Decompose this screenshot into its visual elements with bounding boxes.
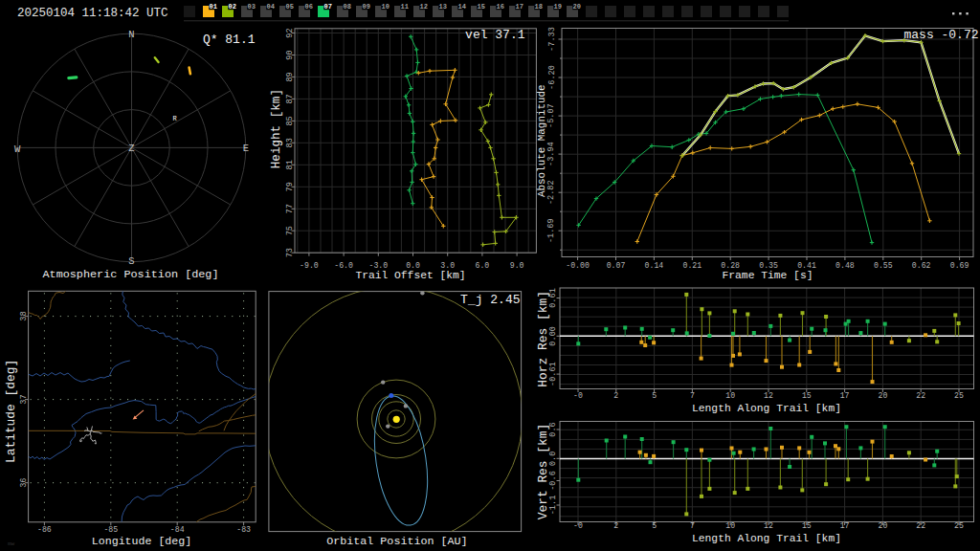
svg-text:89: 89 <box>285 72 295 81</box>
svg-text:Height [km]: Height [km] <box>270 89 283 168</box>
svg-text:-3.0: -3.0 <box>368 261 388 270</box>
svg-text:Orbital Position [AU]: Orbital Position [AU] <box>326 535 467 548</box>
svg-text:-86: -86 <box>37 525 52 534</box>
svg-text:S: S <box>128 255 134 267</box>
svg-text:Z: Z <box>128 143 134 154</box>
svg-text:02: 02 <box>228 3 235 11</box>
svg-text:13: 13 <box>438 3 446 11</box>
svg-text:03: 03 <box>247 3 255 11</box>
svg-text:-6.0: -6.0 <box>334 261 353 270</box>
svg-text:Length Along Trail [km]: Length Along Trail [km] <box>692 533 841 544</box>
svg-text:0.0: 0.0 <box>406 261 420 270</box>
svg-text:Trail Offset [km]: Trail Offset [km] <box>355 270 465 281</box>
svg-text:85: 85 <box>285 116 295 125</box>
svg-text:3.0: 3.0 <box>440 261 455 270</box>
svg-text:17: 17 <box>515 3 523 11</box>
svg-text:10: 10 <box>725 521 735 530</box>
svg-text:-2.82: -2.82 <box>547 180 557 205</box>
svg-text:0.41: 0.41 <box>797 261 816 270</box>
svg-text:37: 37 <box>20 394 30 404</box>
svg-text:-7.33: -7.33 <box>547 27 557 52</box>
svg-text:15: 15 <box>802 391 812 400</box>
svg-text:-84: -84 <box>170 525 185 534</box>
svg-text:0.62: 0.62 <box>912 261 931 270</box>
svg-text:0.21: 0.21 <box>682 261 702 270</box>
svg-text:-0.00: -0.00 <box>566 261 590 270</box>
svg-text:12: 12 <box>764 521 773 530</box>
svg-text:87: 87 <box>285 94 295 103</box>
svg-text:mass -0.72: mass -0.72 <box>903 28 978 42</box>
svg-text:83: 83 <box>285 138 295 147</box>
svg-text:-1.69: -1.69 <box>547 218 557 243</box>
svg-text:15: 15 <box>802 521 812 530</box>
svg-text:36: 36 <box>20 478 30 488</box>
svg-text:Frame Time [s]: Frame Time [s] <box>723 270 813 281</box>
svg-text:20: 20 <box>878 391 887 400</box>
svg-text:vel 37.1: vel 37.1 <box>465 28 525 42</box>
svg-text:-5.07: -5.07 <box>547 103 557 128</box>
svg-text:25: 25 <box>954 521 964 530</box>
svg-text:08: 08 <box>343 3 350 11</box>
svg-text:0.55: 0.55 <box>874 261 893 270</box>
svg-text:T_j 2.45: T_j 2.45 <box>460 293 520 307</box>
svg-text:22: 22 <box>916 391 925 400</box>
svg-text:Length Along Trail [km]: Length Along Trail [km] <box>692 403 841 414</box>
svg-text:0.07: 0.07 <box>607 261 626 270</box>
svg-text:9.0: 9.0 <box>510 261 524 270</box>
svg-text:90: 90 <box>285 50 295 59</box>
svg-text:7: 7 <box>690 391 695 400</box>
svg-text:N: N <box>128 29 134 40</box>
svg-text:Longitude [deg]: Longitude [deg] <box>92 535 191 547</box>
svg-text:5: 5 <box>652 391 657 400</box>
svg-text:22: 22 <box>916 521 925 530</box>
svg-text:18: 18 <box>534 3 542 11</box>
svg-text:-6.20: -6.20 <box>547 65 557 90</box>
svg-text:20: 20 <box>572 3 580 11</box>
svg-text:09: 09 <box>362 3 369 11</box>
svg-text:-0: -0 <box>573 521 583 530</box>
svg-text:20: 20 <box>878 521 887 530</box>
svg-text:0.28: 0.28 <box>721 261 740 270</box>
svg-text:16: 16 <box>496 3 503 11</box>
svg-text:0.35: 0.35 <box>759 261 778 270</box>
svg-text:73: 73 <box>285 248 295 257</box>
svg-text:10: 10 <box>725 391 735 400</box>
svg-text:12: 12 <box>419 3 427 11</box>
svg-text:07: 07 <box>323 3 331 11</box>
svg-text:mw: mw <box>8 540 15 547</box>
svg-text:17: 17 <box>840 521 850 530</box>
svg-text:04: 04 <box>266 3 274 11</box>
svg-text:38: 38 <box>20 311 30 320</box>
svg-text:-0: -0 <box>573 391 583 400</box>
svg-text:-83: -83 <box>236 525 251 534</box>
svg-text:20250104 11:18:42 UTC: 20250104 11:18:42 UTC <box>17 7 168 20</box>
svg-text:0.48: 0.48 <box>835 261 855 270</box>
svg-text:75: 75 <box>285 226 295 235</box>
svg-text:14: 14 <box>457 3 465 11</box>
svg-text:Atmospheric Position [deg]: Atmospheric Position [deg] <box>42 268 218 281</box>
svg-text:W: W <box>14 143 21 155</box>
svg-text:15: 15 <box>477 3 484 11</box>
svg-text:Horz Res [km]: Horz Res [km] <box>536 291 550 387</box>
svg-text:12: 12 <box>764 391 773 400</box>
svg-text:79: 79 <box>285 182 295 191</box>
svg-text:10: 10 <box>381 3 389 11</box>
svg-text:92: 92 <box>285 28 295 37</box>
svg-text:11: 11 <box>400 3 408 11</box>
svg-text:19: 19 <box>553 3 561 11</box>
svg-text:17: 17 <box>840 391 850 400</box>
svg-text:2: 2 <box>613 391 618 400</box>
svg-text:Latitude [deg]: Latitude [deg] <box>5 360 19 463</box>
svg-text:-9.0: -9.0 <box>300 261 319 270</box>
svg-text:01: 01 <box>209 3 216 11</box>
svg-text:-3.94: -3.94 <box>547 142 557 166</box>
svg-text:0.14: 0.14 <box>645 261 664 270</box>
svg-text:Absolute Magnitude: Absolute Magnitude <box>536 84 547 197</box>
svg-text:05: 05 <box>285 3 293 11</box>
svg-text:06: 06 <box>304 3 312 11</box>
svg-text:E: E <box>243 143 249 154</box>
svg-text:Q* 81.1: Q* 81.1 <box>203 33 256 47</box>
svg-text:0.69: 0.69 <box>950 261 969 270</box>
svg-text:77: 77 <box>285 204 295 213</box>
svg-text:2: 2 <box>613 521 618 530</box>
